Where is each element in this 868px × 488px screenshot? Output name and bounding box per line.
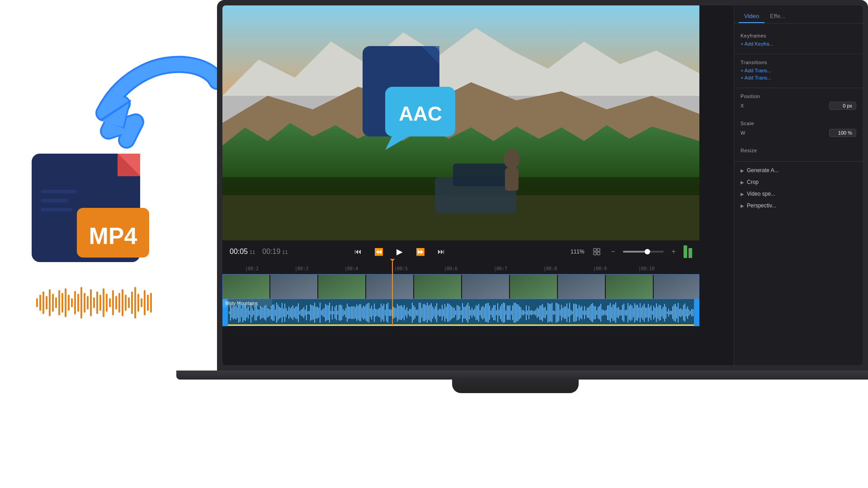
svg-text:|00:6: |00:6 — [444, 266, 458, 272]
resize-section: Resize — [734, 145, 863, 159]
video-track — [222, 274, 699, 299]
svg-rect-10 — [42, 291, 44, 314]
waveform-graphic — [36, 285, 154, 321]
svg-text:|00:4: |00:4 — [344, 266, 358, 272]
svg-rect-72 — [414, 274, 462, 299]
svg-rect-54 — [594, 249, 596, 251]
audio-meter — [684, 245, 692, 258]
svg-rect-55 — [597, 249, 600, 251]
svg-rect-3 — [41, 190, 77, 193]
audio-bar-1 — [684, 245, 687, 258]
crop-section[interactable]: ▶ Crop — [734, 176, 863, 188]
tab-video[interactable]: Video — [739, 10, 764, 23]
transport-controls: ⏮ ⏪ ▶ ⏩ ⏭ — [352, 245, 448, 258]
aac-icon: AAC — [363, 46, 458, 150]
svg-text:MP4: MP4 — [89, 223, 137, 249]
scale-section: Scale W 100 % — [734, 118, 863, 143]
play-button[interactable]: ▶ — [393, 245, 406, 258]
svg-text:|00:9: |00:9 — [593, 266, 607, 272]
svg-rect-12 — [49, 289, 51, 316]
zoom-level: 111% — [571, 249, 587, 255]
video-spec-section[interactable]: ▶ Video spe... — [734, 188, 863, 200]
playhead-triangle — [390, 259, 395, 262]
skip-to-start-button[interactable]: ⏮ — [352, 245, 364, 258]
video-spec-label: Video spe... — [747, 191, 775, 197]
svg-rect-39 — [134, 287, 136, 319]
fast-forward-button[interactable]: ⏩ — [414, 245, 427, 258]
rewind-button[interactable]: ⏪ — [373, 245, 385, 258]
add-keyframe-link[interactable]: + Add Keyfra... — [741, 41, 856, 47]
zoom-slider[interactable] — [623, 251, 664, 253]
position-x-field: X 0 px — [741, 102, 856, 110]
audio-bar-2 — [689, 248, 692, 258]
keyframes-section: Keyframes + Add Keyfra... — [734, 30, 863, 51]
add-transition-1-link[interactable]: + Add Trans... — [741, 68, 856, 73]
svg-rect-22 — [80, 287, 82, 319]
divider-3 — [734, 161, 863, 162]
right-panel: Video Effe... Keyframes + Add Keyfra... … — [734, 5, 863, 365]
laptop-base — [176, 371, 868, 380]
svg-rect-68 — [222, 274, 270, 299]
current-time: 00:05 — [230, 248, 248, 256]
svg-rect-76 — [606, 274, 653, 299]
svg-rect-15 — [58, 290, 60, 315]
svg-rect-34 — [118, 293, 120, 313]
position-x-value[interactable]: 0 px — [829, 102, 856, 110]
generate-ai-section[interactable]: ▶ Generate A... — [734, 164, 863, 176]
add-transition-2-link[interactable]: + Add Trans... — [741, 75, 856, 80]
svg-rect-48 — [453, 164, 507, 186]
tab-effects[interactable]: Effe... — [764, 10, 791, 23]
audio-track: Misty Mountains waveform bars — [222, 299, 699, 326]
total-time: 00:19 — [262, 248, 280, 256]
svg-rect-29 — [103, 288, 104, 317]
expand-button[interactable] — [590, 245, 603, 258]
svg-text:|00:8: |00:8 — [543, 266, 557, 272]
svg-text:|00:10: |00:10 — [638, 266, 655, 272]
svg-rect-13 — [52, 294, 54, 312]
svg-rect-70 — [318, 274, 366, 299]
svg-rect-17 — [65, 288, 66, 317]
panel-tabs: Video Effe... — [734, 10, 863, 23]
svg-rect-27 — [96, 291, 98, 314]
svg-rect-11 — [46, 296, 47, 310]
svg-text:|00:2: |00:2 — [245, 266, 259, 272]
chevron-right-icon-3: ▶ — [741, 192, 744, 197]
svg-rect-14 — [55, 297, 57, 308]
svg-rect-21 — [77, 294, 79, 312]
skip-to-end-button[interactable]: ⏭ — [435, 245, 448, 258]
total-frame: 11 — [282, 249, 288, 255]
laptop-body: AAC Video Effe... Keyframes + Add Keyfra… — [217, 0, 868, 371]
scale-w-label: W — [741, 130, 745, 136]
resize-label: Resize — [741, 148, 856, 153]
current-frame: 11 — [250, 249, 255, 255]
position-label: Position — [741, 94, 856, 99]
svg-rect-8 — [36, 298, 38, 307]
svg-rect-42 — [144, 290, 146, 315]
time-display: 00:05 11 00:19 11 — [230, 248, 288, 256]
svg-rect-50 — [505, 168, 519, 191]
svg-rect-33 — [115, 296, 117, 310]
scale-w-value[interactable]: 100 % — [829, 129, 856, 137]
chevron-right-icon-4: ▶ — [741, 203, 744, 208]
svg-rect-40 — [137, 294, 139, 312]
svg-rect-74 — [510, 274, 557, 299]
svg-rect-20 — [74, 291, 76, 314]
svg-rect-71 — [366, 274, 414, 299]
zoom-slider-fill — [623, 251, 647, 253]
svg-rect-24 — [87, 296, 89, 310]
playhead[interactable] — [392, 262, 393, 326]
keyframes-label: Keyframes — [741, 33, 856, 38]
zoom-in-button[interactable]: + — [667, 245, 680, 258]
svg-rect-26 — [93, 297, 95, 308]
generate-ai-label: Generate A... — [747, 167, 779, 174]
chevron-right-icon-2: ▶ — [741, 180, 744, 185]
playback-controls: 00:05 11 00:19 11 ⏮ ⏪ ▶ ⏩ ⏭ 111% — [222, 240, 699, 263]
divider-2 — [734, 88, 863, 88]
perspective-section[interactable]: ▶ Perspectiv... — [734, 200, 863, 211]
zoom-out-button[interactable]: − — [607, 245, 619, 258]
svg-rect-19 — [71, 298, 73, 307]
chevron-right-icon: ▶ — [741, 168, 744, 173]
video-background — [222, 5, 699, 240]
svg-rect-9 — [39, 295, 41, 311]
svg-rect-16 — [61, 293, 63, 313]
